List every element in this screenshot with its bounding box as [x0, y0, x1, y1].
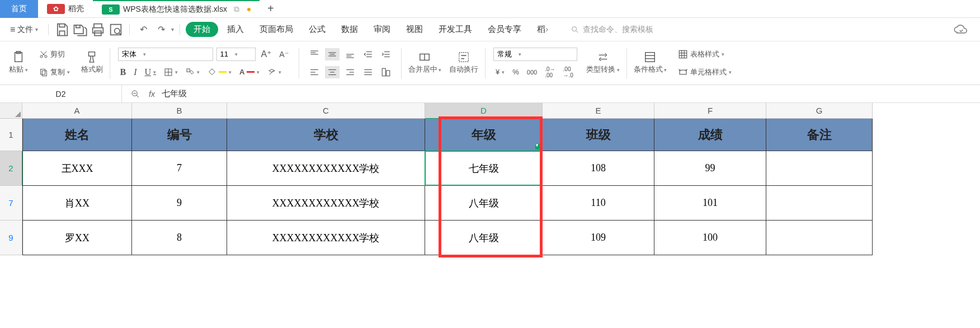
new-tab-button[interactable]: +	[260, 2, 282, 15]
data-cell[interactable]: 109	[543, 221, 654, 255]
tab-sheet[interactable]: S WPS表格怎快速筛选数据.xlsx ⧉	[93, 0, 260, 18]
data-cell[interactable]: XXXXXXXXXXXX学校	[227, 186, 425, 221]
cell-format-button[interactable]: ▾	[183, 67, 202, 78]
zoom-out-fx-icon[interactable]	[129, 88, 142, 100]
save-as-button[interactable]	[72, 22, 88, 38]
ribbon-tab-docer[interactable]: 稻›	[530, 22, 555, 37]
col-header-D[interactable]: D	[425, 103, 543, 119]
cell-style-button[interactable]: 单元格样式▾	[676, 66, 734, 78]
data-cell[interactable]: 108	[543, 151, 654, 186]
decrease-font-button[interactable]: A⁻	[277, 49, 290, 60]
print-preview-button[interactable]	[108, 22, 124, 38]
increase-indent-button[interactable]	[379, 48, 393, 60]
data-cell[interactable]: 101	[654, 186, 766, 221]
percent-button[interactable]: %	[510, 67, 521, 77]
data-cell[interactable]: 七年级	[425, 151, 543, 186]
format-painter-button[interactable]: 格式刷	[78, 45, 106, 81]
ribbon-tab-page-layout[interactable]: 页面布局	[253, 22, 300, 37]
data-cell[interactable]: XXXXXXXXXXXX学校	[227, 151, 425, 186]
align-right-button[interactable]	[343, 66, 357, 78]
header-cell[interactable]: 班级	[543, 119, 654, 151]
increase-font-button[interactable]: A⁺	[259, 48, 274, 60]
header-cell[interactable]: 备注	[766, 119, 873, 151]
name-box[interactable]: D2	[0, 85, 122, 102]
header-cell[interactable]: 编号	[132, 119, 227, 151]
cloud-sync-icon[interactable]	[953, 22, 969, 38]
thousands-button[interactable]: 000	[525, 68, 539, 77]
filter-indicator-icon[interactable]	[535, 144, 541, 149]
row-header[interactable]: 9	[0, 221, 22, 255]
col-header-E[interactable]: E	[543, 103, 654, 119]
data-cell[interactable]: XXXXXXXXXXXX学校	[227, 221, 425, 255]
ribbon-tab-review[interactable]: 审阅	[367, 22, 397, 37]
data-cell[interactable]: 王XXX	[22, 151, 132, 186]
bold-button[interactable]: B	[118, 66, 129, 78]
ribbon-tab-data[interactable]: 数据	[334, 22, 365, 37]
type-convert-button[interactable]: 类型转换 ▾	[583, 45, 623, 81]
clear-format-button[interactable]: ▾	[265, 67, 284, 78]
italic-button[interactable]: I	[131, 66, 139, 78]
justify-button[interactable]	[361, 66, 375, 78]
font-size-select[interactable]: 11▾	[216, 48, 256, 61]
ribbon-tab-formula[interactable]: 公式	[302, 22, 332, 37]
data-cell[interactable]: 110	[543, 186, 654, 221]
increase-decimal-button[interactable]: .0→.00	[543, 65, 557, 79]
conditional-format-button[interactable]: 条件格式 ▾	[630, 45, 671, 81]
data-cell[interactable]: 八年级	[425, 221, 543, 255]
row-header[interactable]: 7	[0, 186, 22, 221]
merge-center-button[interactable]: 合并居中 ▾	[405, 45, 445, 81]
print-button[interactable]	[90, 22, 106, 38]
number-format-select[interactable]: 常规▾	[493, 48, 577, 61]
redo-button[interactable]: ↷	[153, 22, 169, 38]
data-cell[interactable]: 罗XX	[22, 221, 132, 255]
col-header-F[interactable]: F	[654, 103, 766, 119]
col-header-G[interactable]: G	[766, 103, 873, 119]
border-button[interactable]: ▾	[162, 67, 180, 78]
data-cell[interactable]: 100	[654, 221, 766, 255]
fx-icon[interactable]: fx	[149, 90, 155, 99]
tab-home[interactable]: 首页	[0, 0, 38, 18]
align-center-button[interactable]	[325, 66, 340, 78]
data-cell[interactable]: 8	[132, 221, 227, 255]
undo-button[interactable]: ↶	[135, 22, 151, 38]
popout-icon[interactable]: ⧉	[234, 4, 239, 14]
file-menu[interactable]: ≡ 文件 ▾	[6, 22, 43, 37]
font-color-button[interactable]: A▾	[237, 67, 262, 77]
wrap-text-button[interactable]: 自动换行	[446, 45, 482, 81]
col-header-A[interactable]: A	[22, 103, 132, 119]
col-header-B[interactable]: B	[132, 103, 227, 119]
cut-button[interactable]: 剪切	[37, 48, 67, 60]
formula-input[interactable]: 七年级	[162, 88, 187, 99]
row-header[interactable]: 2	[0, 151, 22, 186]
header-cell[interactable]: 姓名	[22, 119, 132, 151]
data-cell[interactable]: 肖XX	[22, 186, 132, 221]
align-top-button[interactable]	[307, 48, 322, 60]
spreadsheet-grid[interactable]: ABCDEFG 1姓名编号学校年级班级成绩备注2王XXX7XXXXXXXXXXX…	[0, 103, 980, 255]
paste-button[interactable]: 粘贴 ▾	[6, 45, 31, 81]
orientation-button[interactable]	[379, 66, 393, 78]
ribbon-tab-dev[interactable]: 开发工具	[432, 22, 479, 37]
table-style-button[interactable]: 表格样式▾	[676, 48, 727, 60]
select-all-corner[interactable]	[0, 103, 22, 119]
tab-docer[interactable]: ✿ 稻壳	[38, 0, 93, 18]
copy-button[interactable]: 复制▾	[37, 66, 72, 78]
data-cell[interactable]	[766, 186, 873, 221]
data-cell[interactable]: 99	[654, 151, 766, 186]
data-cell[interactable]: 9	[132, 186, 227, 221]
currency-button[interactable]: ¥▾	[493, 67, 507, 77]
align-middle-button[interactable]	[325, 48, 340, 60]
col-header-C[interactable]: C	[227, 103, 425, 119]
search-input[interactable]: 查找命令、搜索模板	[571, 25, 653, 35]
header-cell[interactable]: 学校	[227, 119, 425, 151]
save-button[interactable]	[54, 22, 70, 38]
data-cell[interactable]	[766, 151, 873, 186]
header-cell[interactable]: 成绩	[654, 119, 766, 151]
data-cell[interactable]	[766, 221, 873, 255]
align-left-button[interactable]	[307, 66, 322, 78]
underline-button[interactable]: U▾	[143, 66, 159, 78]
header-cell[interactable]: 年级	[425, 119, 543, 151]
data-cell[interactable]: 7	[132, 151, 227, 186]
ribbon-tab-member[interactable]: 会员专享	[481, 22, 528, 37]
ribbon-tab-insert[interactable]: 插入	[220, 22, 251, 37]
align-bottom-button[interactable]	[343, 48, 357, 60]
